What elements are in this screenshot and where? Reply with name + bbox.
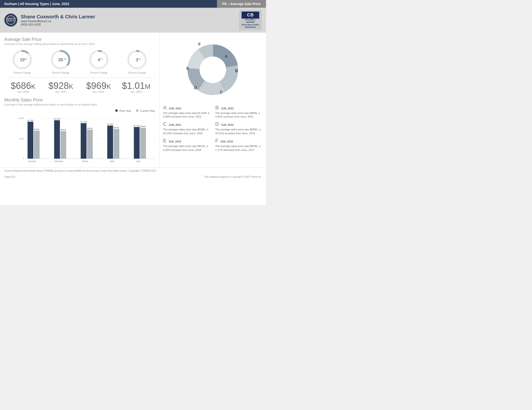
agent-info: POWER OF BLUE X2 Shane Coxworth & Chris … xyxy=(4,14,95,27)
label-b: B xyxy=(235,69,238,73)
bar-mar-prior xyxy=(81,123,86,159)
svg-text:500K: 500K xyxy=(19,138,24,140)
bar-jan-current xyxy=(34,131,40,159)
section1-subtitle: Overview of the average selling price ba… xyxy=(4,43,155,45)
legend-text-a: The average sales price was $1.01M, a 3.… xyxy=(163,111,210,119)
top-bar-container: Durham | All Housing Types | June, 2023 … xyxy=(0,0,266,8)
section2-title: Monthly Sales Price xyxy=(4,98,155,102)
svg-text:35: 35 xyxy=(58,57,63,62)
chart-legend: Prior Year Current Year xyxy=(4,109,155,112)
svg-text:⌂: ⌂ xyxy=(98,54,99,56)
svg-text:⌂: ⌂ xyxy=(60,54,61,56)
svg-text:%: % xyxy=(25,57,27,60)
legend-current: Current Year xyxy=(136,109,155,112)
legend-prior: Prior Year xyxy=(115,109,131,112)
agent-logo: POWER OF BLUE X2 xyxy=(4,14,17,27)
left-panel: Average Sale Price Overview of the avera… xyxy=(0,33,160,167)
price-value-0: $686K xyxy=(4,81,42,90)
section2-subtitle: Overview of the average selling price ba… xyxy=(4,103,155,106)
logo-svg: POWER OF BLUE X2 xyxy=(6,15,15,25)
bar-may-current xyxy=(140,128,146,159)
svg-text:May: May xyxy=(136,160,141,162)
coldwell-logo-text: CB COLDWELLBANKERR.M.R. REAL ESTATE,BROK… xyxy=(242,12,259,29)
pie-center xyxy=(200,57,226,83)
legend-text-f: The average sales price was $603K, a 1.1… xyxy=(215,144,263,152)
legend-entry-b: B JUN, 2022 The average sales price was … xyxy=(215,104,263,119)
svg-text:$1.06M: $1.06M xyxy=(107,123,114,125)
price-year-2: Jun, 2022 xyxy=(80,90,117,93)
donut-0-caption: Percent Change xyxy=(14,72,31,74)
main-content: Average Sale Price Overview of the avera… xyxy=(0,33,266,167)
prior-year-dot xyxy=(115,109,118,112)
legend-text-c: The average sales price was $928K, a 35.… xyxy=(163,128,210,135)
label-e: E xyxy=(186,66,189,71)
bar-mar-current xyxy=(87,130,93,159)
legend-letter-c: C JUN, 2021 xyxy=(163,121,210,127)
agent-header: POWER OF BLUE X2 Shane Coxworth & Chris … xyxy=(0,8,266,33)
agent-website: www.PowerofBluex2.ca xyxy=(21,19,95,23)
svg-text:$1.14M: $1.14M xyxy=(80,121,87,123)
bar-jan-prior xyxy=(28,122,33,159)
donut-2: ⌂ 4 % xyxy=(88,49,110,71)
donut-item-0: ⌂ 10 % Percent Change xyxy=(4,49,40,74)
legend-entry-c: C JUN, 2021 The average sales price was … xyxy=(163,121,210,135)
price-item-0: $686K Jun, 2020 xyxy=(4,81,42,93)
label-d: D xyxy=(194,86,197,90)
legend-text-e: The average sales price was $622K, a 3.2… xyxy=(163,144,210,152)
bar-may-prior xyxy=(134,127,140,159)
donut-3-caption: Percent Change xyxy=(128,72,146,74)
bar-feb-current xyxy=(60,131,66,159)
donut-1-caption: Percent Change xyxy=(52,72,69,74)
bar-chart-svg: 1,000K 500K 0 $1.18M $898K January xyxy=(15,114,155,165)
svg-text:$898K: $898K xyxy=(34,128,40,130)
price-value-1: $928K xyxy=(42,81,80,90)
price-value-3: $1.01M xyxy=(117,81,155,90)
donut-item-3: ⌂ 3 % Percent Change xyxy=(119,49,155,74)
price-year-1: Jun, 2021 xyxy=(42,90,80,93)
svg-text:1,000K: 1,000K xyxy=(17,117,24,120)
top-bar-right: P8 :: Average Sale Price xyxy=(217,0,266,8)
current-year-dot xyxy=(136,109,138,112)
legend-entry-d: D JUN, 2020 The average sales price was … xyxy=(215,121,263,135)
donut-item-1: ⌂ 35 % Percent Change xyxy=(43,49,78,74)
page-subtitle: P8 :: Average Sale Price xyxy=(222,2,261,6)
svg-text:4: 4 xyxy=(98,57,100,62)
legend-letter-a: A JUN, 2023 xyxy=(163,104,210,111)
price-row: $686K Jun, 2020 $928K Jun, 2021 $969K Ju… xyxy=(4,81,155,93)
legend-text-d: The average sales price was $686K, a 10.… xyxy=(215,128,263,135)
label-a: A xyxy=(225,54,228,58)
copyright: This software program is Copyright © 202… xyxy=(204,176,262,178)
agent-phone: (905) 852-4338 xyxy=(21,23,95,26)
svg-text:0: 0 xyxy=(23,157,24,159)
label-f: F xyxy=(198,42,201,46)
pie-chart-svg: A B C D E F xyxy=(181,38,244,101)
svg-text:%: % xyxy=(64,57,66,60)
agent-name: Shane Coxworth & Chris Larmer xyxy=(21,14,95,19)
page-num: Page 8/13 xyxy=(4,176,15,178)
donut-2-caption: Percent Change xyxy=(90,72,107,74)
svg-text:January: January xyxy=(28,160,36,162)
svg-text:$1.01M: $1.01M xyxy=(133,125,140,127)
price-item-3: $1.01M Jun, 2023 xyxy=(117,81,155,93)
svg-text:$934K: $934K xyxy=(87,127,93,130)
donut-item-2: ⌂ 4 % Percent Change xyxy=(81,49,117,74)
bar-apr-prior xyxy=(107,126,113,159)
bar-chart: 1,000K 500K 0 $1.18M $898K January xyxy=(4,114,155,165)
donut-1: ⌂ 35 % xyxy=(50,49,72,71)
svg-text:March: March xyxy=(82,160,88,162)
agent-text: Shane Coxworth & Chris Larmer www.Powero… xyxy=(21,14,95,26)
svg-text:$1.23M: $1.23M xyxy=(54,118,60,120)
page-footer: Page 8/13 This software program is Copyr… xyxy=(0,174,266,180)
label-c: C xyxy=(220,90,223,94)
legend-letter-b: B JUN, 2022 xyxy=(215,104,263,111)
svg-text:⌂: ⌂ xyxy=(21,54,23,56)
bar-feb-prior xyxy=(54,120,60,159)
top-bar-left: Durham | All Housing Types | June, 2023 xyxy=(0,0,217,8)
price-item-1: $928K Jun, 2021 xyxy=(42,81,80,93)
svg-text:April: April xyxy=(110,160,114,162)
chart-section: Monthly Sales Price Overview of the aver… xyxy=(4,98,155,165)
bar-apr-current xyxy=(114,129,119,159)
big-donut-wrap: A B C D E F xyxy=(163,36,263,101)
svg-text:POWER OF: POWER OF xyxy=(6,18,15,19)
svg-text:$989K: $989K xyxy=(140,125,146,128)
